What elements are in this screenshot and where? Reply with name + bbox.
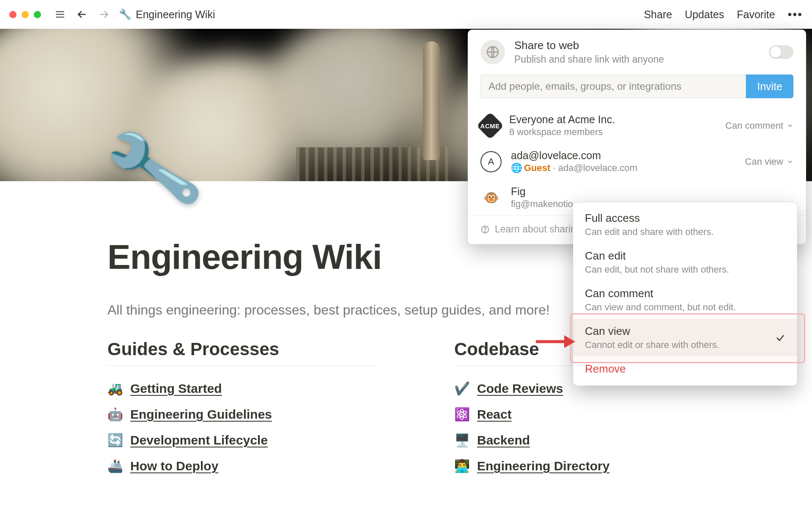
member-sub: fig@makenotio [511,199,573,210]
wrench-icon: 🔧 [119,8,132,20]
window-traffic-lights [9,11,41,18]
list-item[interactable]: 🤖Engineering Guidelines [107,407,378,422]
svg-point-7 [485,231,485,231]
tractor-icon: 🚜 [107,381,123,396]
back-icon[interactable] [75,7,89,22]
share-to-web-sub: Publish and share link with anyone [514,54,664,65]
annotation-arrow-icon [534,331,576,352]
minimize-window-button[interactable] [22,11,29,18]
more-icon[interactable]: ••• [788,8,803,21]
avatar: A [480,151,502,172]
globe-icon [480,40,505,64]
hamburger-icon[interactable] [53,7,67,22]
share-to-web-title: Share to web [514,39,664,52]
invite-button[interactable]: Invite [746,75,793,98]
favorite-button[interactable]: Favorite [737,8,775,21]
list-item[interactable]: 🚜Getting Started [107,381,378,396]
invite-row: Add people, emails, groups, or integrati… [468,75,806,108]
link-development-lifecycle[interactable]: Development Lifecycle [130,433,268,447]
ship-icon: 🚢 [107,458,123,473]
cycle-icon: 🔄 [107,433,123,447]
updates-button[interactable]: Updates [685,8,724,21]
permission-dropdown[interactable]: Can view [745,156,793,167]
link-react[interactable]: React [477,407,512,422]
link-engineering-directory[interactable]: Engineering Directory [477,459,609,473]
list-item[interactable]: ⚛️React [454,407,691,422]
breadcrumb-title: Engineering Wiki [136,8,215,21]
zoom-window-button[interactable] [34,11,41,18]
technologist-icon: 👨‍💻 [454,458,469,473]
permission-dropdown[interactable]: Can comment [725,120,793,131]
member-name: Everyone at Acme Inc. [509,113,615,126]
topbar: 🔧 Engineering Wiki Share Updates Favorit… [0,0,812,29]
topbar-actions: Share Updates Favorite ••• [644,8,803,21]
avatar: 🐵 [480,187,502,208]
member-name: Fig [511,185,573,198]
member-sub: 8 workspace members [509,127,615,138]
link-backend[interactable]: Backend [477,433,530,447]
svg-marker-9 [564,335,575,348]
link-getting-started[interactable]: Getting Started [130,381,222,396]
share-member-acme: ACME Everyone at Acme Inc. 8 workspace m… [468,108,806,144]
list-item[interactable]: 👨‍💻Engineering Directory [454,458,691,473]
app-window: 🔧 Engineering Wiki Share Updates Favorit… [0,0,812,508]
member-name: ada@lovelace.com [511,149,637,162]
list-item[interactable]: 🚢How to Deploy [107,458,378,473]
check-icon: ✔️ [454,381,469,396]
chevron-down-icon [787,158,793,165]
share-member-ada: A ada@lovelace.com 🌐Guest · ada@lovelace… [468,144,806,179]
share-button[interactable]: Share [644,8,672,21]
atom-icon: ⚛️ [454,407,469,422]
link-engineering-guidelines[interactable]: Engineering Guidelines [130,407,272,422]
robot-icon: 🤖 [107,407,123,422]
acme-avatar: ACME [476,112,504,139]
page-icon-wrench[interactable]: 🔧 [102,124,206,213]
link-how-to-deploy[interactable]: How to Deploy [130,459,218,473]
forward-icon[interactable] [97,7,111,22]
list-item[interactable]: 🔄Development Lifecycle [107,433,378,447]
breadcrumb[interactable]: 🔧 Engineering Wiki [119,8,215,21]
share-to-web-row: Share to web Publish and share link with… [468,30,806,75]
chevron-down-icon [787,122,793,129]
close-window-button[interactable] [9,11,16,18]
column-guides: Guides & Processes 🚜Getting Started 🤖Eng… [107,339,378,484]
globe-small-icon: 🌐 [511,163,522,173]
perm-option-can-edit[interactable]: Can edit Can edit, but not share with ot… [573,243,797,281]
invite-input[interactable]: Add people, emails, groups, or integrati… [480,75,746,98]
member-sub: 🌐Guest · ada@lovelace.com [511,163,637,174]
link-code-reviews[interactable]: Code Reviews [477,381,563,396]
column-heading[interactable]: Guides & Processes [107,339,378,366]
list-item[interactable]: 🖥️Backend [454,433,691,447]
share-to-web-toggle[interactable] [769,45,793,59]
perm-option-full-access[interactable]: Full access Can edit and share with othe… [573,206,797,243]
annotation-highlight [570,313,805,363]
help-icon [480,225,490,234]
desktop-icon: 🖥️ [454,433,469,447]
